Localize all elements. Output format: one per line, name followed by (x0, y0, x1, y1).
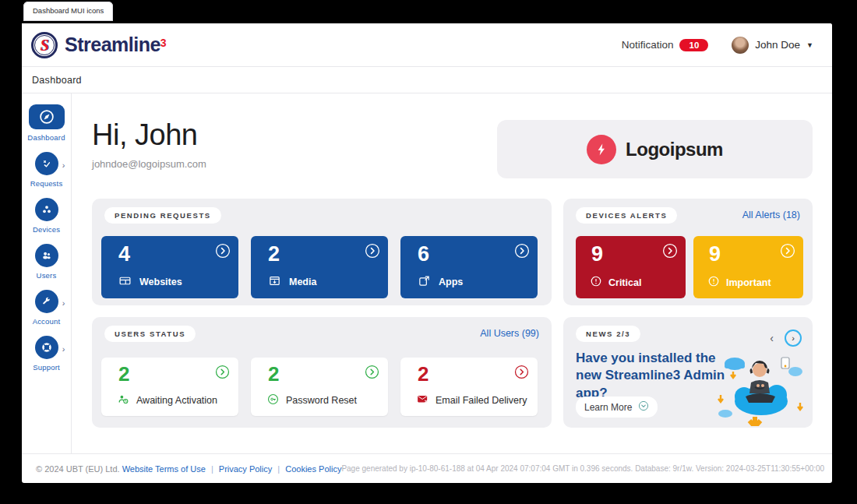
chevron-down-icon: ▼ (806, 41, 813, 49)
users-icon (35, 244, 58, 267)
sidebar-item-support[interactable]: › Support (22, 336, 72, 372)
media-requests-card[interactable]: 2 Media (251, 236, 388, 298)
brand-monogram: S (40, 37, 48, 53)
section-title: USERS STATUS (104, 326, 196, 342)
brand-superscript: 3 (160, 37, 167, 49)
stat-label: Awaiting Activation (136, 395, 217, 406)
app-header: S Streamline3 Notification 10 John Doe ▼ (22, 23, 832, 67)
email-failed-icon (416, 393, 429, 408)
news-next-button[interactable]: › (785, 330, 802, 347)
sidebar-item-devices[interactable]: Devices (22, 198, 72, 234)
lifebuoy-icon (35, 336, 58, 359)
news-headline: Have you installed the new Streamline3 A… (576, 350, 738, 402)
sidebar: Dashboard › Requests Devices Users (22, 93, 72, 453)
stat-value: 2 (268, 243, 380, 266)
terms-link[interactable]: Website Terms of Use (122, 464, 206, 474)
stat-value: 2 (118, 363, 231, 386)
websites-requests-card[interactable]: 4 Websites (101, 236, 238, 298)
brand-logo[interactable]: S Streamline3 (31, 32, 167, 58)
stat-label: Critical (608, 277, 641, 288)
news-prev-button[interactable]: ‹ (770, 333, 774, 344)
welcome-block: Hi, John johndoe@logoipsum.com (92, 118, 206, 170)
privacy-link[interactable]: Privacy Policy (219, 464, 272, 474)
learn-more-button[interactable]: Learn More (576, 397, 658, 418)
important-alerts-card[interactable]: 9 Important (693, 236, 803, 298)
web-icon (118, 274, 132, 290)
stat-value: 6 (418, 243, 530, 266)
all-alerts-link[interactable]: All Alerts (18) (742, 210, 800, 220)
arrow-circle-right-icon (215, 243, 231, 259)
person-pending-icon (117, 393, 130, 408)
sidebar-item-account[interactable]: › Account (22, 290, 72, 326)
stat-label: Email Failed Delivery (436, 395, 527, 406)
main-content: Hi, John johndoe@logoipsum.com Logoipsum… (72, 93, 832, 453)
sidebar-item-label: Devices (33, 225, 60, 234)
notification-label: Notification (622, 39, 674, 51)
user-name: John Doe (755, 39, 800, 51)
compass-icon (29, 104, 65, 129)
cookies-link[interactable]: Cookies Policy (285, 464, 341, 474)
news-section: NEWS 2/3 ‹ › Have you installed the new … (563, 317, 813, 428)
breadcrumb-bar: Dashboard (22, 67, 832, 93)
devices-alerts-section: DEVICES ALERTS All Alerts (18) 9 Critica… (563, 199, 813, 305)
sidebar-item-label: Account (33, 317, 61, 326)
chevron-right-icon: › (62, 160, 65, 170)
arrow-circle-right-icon (780, 243, 795, 259)
sidebar-item-users[interactable]: Users (22, 244, 72, 280)
notification-button[interactable]: Notification 10 (622, 39, 709, 51)
browser-tab[interactable]: Dashboard MUI icons (23, 2, 113, 21)
wrench-icon (35, 290, 58, 313)
pending-requests-section: PENDING REQUESTS 4 Websites (92, 199, 552, 305)
chevron-down-circle-icon (638, 400, 649, 414)
arrow-circle-right-icon (215, 365, 231, 380)
breadcrumb[interactable]: Dashboard (32, 75, 82, 86)
arrow-circle-right-icon (514, 243, 530, 259)
learn-more-label: Learn More (584, 402, 632, 413)
chevron-right-icon: › (62, 344, 65, 354)
stat-label: Apps (439, 277, 463, 287)
brand-logo-icon: S (31, 32, 58, 58)
error-outline-icon (590, 275, 602, 290)
gauge-check-icon (35, 152, 58, 175)
copyright-text: © 2024 UBT (EU) Ltd. (36, 464, 120, 474)
sidebar-item-label: Requests (30, 179, 63, 188)
partner-logo-name: Logoipsum (626, 139, 723, 160)
critical-alerts-card[interactable]: 9 Critical (576, 236, 686, 298)
media-archive-icon (268, 274, 281, 290)
sidebar-item-requests[interactable]: › Requests (22, 152, 72, 188)
separator: | (277, 464, 280, 474)
separator: | (211, 464, 213, 474)
email-failed-delivery-card[interactable]: 2 Email Failed Delivery (400, 358, 538, 416)
section-title: DEVICES ALERTS (576, 207, 677, 224)
stat-label: Media (289, 277, 316, 287)
lightning-icon (587, 135, 616, 164)
all-users-link[interactable]: All Users (99) (480, 328, 539, 339)
user-menu[interactable]: John Doe ▼ (732, 37, 813, 54)
sidebar-item-dashboard[interactable]: Dashboard (22, 104, 72, 142)
stat-value: 2 (418, 363, 530, 386)
stat-value: 4 (118, 243, 231, 266)
stat-label: Important (726, 277, 771, 288)
app-shortcut-icon (418, 274, 431, 290)
section-title: NEWS 2/3 (576, 326, 640, 342)
stat-value: 2 (268, 363, 380, 386)
page-generated-text: Page generated by ip-10-80-61-188 at 04 … (341, 464, 824, 473)
sidebar-item-label: Users (37, 271, 57, 280)
awaiting-activation-card[interactable]: 2 Awaiting Activation (101, 358, 238, 416)
chevron-right-icon: › (62, 298, 65, 308)
app-window: S Streamline3 Notification 10 John Doe ▼… (22, 23, 832, 483)
stat-label: Password Reset (286, 395, 357, 406)
password-reset-card[interactable]: 2 Password Reset (251, 358, 388, 416)
key-reset-icon (266, 393, 280, 408)
stat-label: Websites (139, 277, 182, 287)
arrow-circle-right-icon (365, 243, 380, 259)
notification-count-badge: 10 (679, 39, 708, 51)
section-title: PENDING REQUESTS (104, 207, 221, 224)
device-hub-icon (35, 198, 58, 221)
partner-logo-card: Logoipsum (497, 120, 813, 178)
page-title: Hi, John (92, 118, 206, 152)
user-email: johndoe@logoipsum.com (92, 158, 206, 170)
arrow-circle-right-icon (365, 365, 380, 380)
apps-requests-card[interactable]: 6 Apps (400, 236, 538, 298)
arrow-circle-right-icon (514, 365, 530, 380)
